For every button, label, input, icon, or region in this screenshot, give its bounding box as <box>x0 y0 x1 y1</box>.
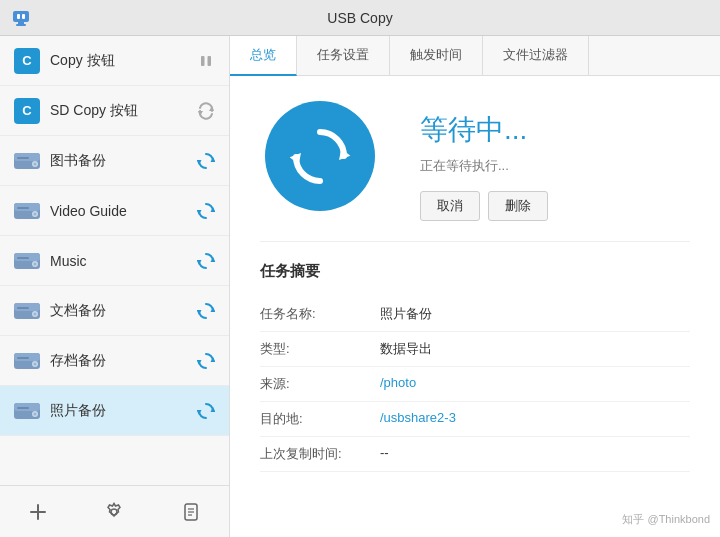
hdd-icon <box>12 246 42 276</box>
sidebar-item-status-icon <box>195 350 217 372</box>
sidebar-item-status-icon <box>195 150 217 172</box>
sidebar-item-doc-backup[interactable]: 文档备份 <box>0 286 229 336</box>
svg-rect-34 <box>17 307 29 309</box>
task-value[interactable]: /usbshare2-3 <box>380 410 456 428</box>
sidebar-item-music[interactable]: Music <box>0 236 229 286</box>
task-row: 目的地:/usbshare2-3 <box>260 402 690 437</box>
task-label: 来源: <box>260 375 380 393</box>
sidebar-item-label: 照片备份 <box>50 402 195 420</box>
status-section: 等待中... 正在等待执行... 取消 删除 <box>260 96 690 242</box>
sidebar-footer <box>0 485 229 537</box>
add-task-button[interactable] <box>18 492 58 532</box>
sidebar-list: CCopy 按钮CSD Copy 按钮图书备份Video GuideMusic文… <box>0 36 229 485</box>
svg-rect-48 <box>17 407 29 409</box>
task-row: 类型:数据导出 <box>260 332 690 367</box>
content-area: 总览任务设置触发时间文件过滤器 <box>230 36 720 537</box>
sidebar-item-status-icon <box>195 200 217 222</box>
svg-point-33 <box>34 312 37 315</box>
svg-rect-2 <box>16 24 26 26</box>
sidebar-item-label: Music <box>50 253 195 269</box>
task-label: 任务名称: <box>260 305 380 323</box>
task-row: 上次复制时间:-- <box>260 437 690 472</box>
title-bar: USB Copy <box>0 0 720 36</box>
sync-icon-container <box>260 96 380 216</box>
task-row: 来源:/photo <box>260 367 690 402</box>
task-label: 目的地: <box>260 410 380 428</box>
sidebar-item-photo-backup[interactable]: 照片备份 <box>0 386 229 436</box>
hdd-icon <box>12 296 42 326</box>
sidebar-item-status-icon <box>195 250 217 272</box>
task-value: -- <box>380 445 389 463</box>
task-table: 任务名称:照片备份类型:数据导出来源:/photo目的地:/usbshare2-… <box>260 297 690 472</box>
sidebar-item-label: 文档备份 <box>50 302 195 320</box>
sidebar-item-label: Copy 按钮 <box>50 52 195 70</box>
sidebar-item-sd-copy-button[interactable]: CSD Copy 按钮 <box>0 86 229 136</box>
hdd-icon <box>12 396 42 426</box>
svg-rect-0 <box>13 11 29 22</box>
sidebar-item-label: 存档备份 <box>50 352 195 370</box>
task-row: 任务名称:照片备份 <box>260 297 690 332</box>
status-buttons: 取消 删除 <box>420 191 548 221</box>
sidebar-item-status-icon <box>195 50 217 72</box>
tab-trigger-time[interactable]: 触发时间 <box>390 36 483 75</box>
svg-point-19 <box>34 212 37 215</box>
sidebar-item-copy-button[interactable]: CCopy 按钮 <box>0 36 229 86</box>
sidebar-item-archive-backup[interactable]: 存档备份 <box>0 336 229 386</box>
svg-rect-3 <box>17 14 20 19</box>
sidebar-item-status-icon <box>195 100 217 122</box>
svg-rect-27 <box>17 257 29 259</box>
copy-c-icon: C <box>12 46 42 76</box>
copy-c-icon: C <box>12 96 42 126</box>
status-title: 等待中... <box>420 111 548 149</box>
svg-point-47 <box>34 412 37 415</box>
svg-point-12 <box>34 162 37 165</box>
main-layout: CCopy 按钮CSD Copy 按钮图书备份Video GuideMusic文… <box>0 36 720 537</box>
hdd-icon <box>12 146 42 176</box>
task-label: 上次复制时间: <box>260 445 380 463</box>
task-summary: 任务摘要 任务名称:照片备份类型:数据导出来源:/photo目的地:/usbsh… <box>260 262 690 472</box>
app-icon <box>10 7 32 29</box>
sidebar-item-status-icon <box>195 400 217 422</box>
svg-rect-4 <box>22 14 25 19</box>
delete-button[interactable]: 删除 <box>488 191 548 221</box>
task-value: 照片备份 <box>380 305 432 323</box>
sidebar-item-label: 图书备份 <box>50 152 195 170</box>
status-info: 等待中... 正在等待执行... 取消 删除 <box>420 96 548 221</box>
sync-circle <box>265 101 375 211</box>
svg-rect-20 <box>17 207 29 209</box>
sidebar-item-label: Video Guide <box>50 203 195 219</box>
task-label: 类型: <box>260 340 380 358</box>
sidebar-item-video-guide[interactable]: Video Guide <box>0 186 229 236</box>
window-title: USB Copy <box>327 10 392 26</box>
sidebar-item-label: SD Copy 按钮 <box>50 102 195 120</box>
svg-point-26 <box>34 262 37 265</box>
svg-rect-5 <box>201 56 205 66</box>
sidebar: CCopy 按钮CSD Copy 按钮图书备份Video GuideMusic文… <box>0 36 230 537</box>
hdd-icon <box>12 196 42 226</box>
sidebar-item-status-icon <box>195 300 217 322</box>
status-subtitle: 正在等待执行... <box>420 157 548 175</box>
cancel-button[interactable]: 取消 <box>420 191 480 221</box>
tabs-bar: 总览任务设置触发时间文件过滤器 <box>230 36 720 76</box>
content-body: 等待中... 正在等待执行... 取消 删除 任务摘要 任务名称:照片备份类型:… <box>230 76 720 537</box>
log-button[interactable] <box>171 492 211 532</box>
hdd-icon <box>12 346 42 376</box>
svg-rect-13 <box>17 157 29 159</box>
task-value[interactable]: /photo <box>380 375 416 393</box>
svg-rect-6 <box>208 56 212 66</box>
svg-point-40 <box>34 362 37 365</box>
tab-file-filter[interactable]: 文件过滤器 <box>483 36 589 75</box>
tab-task-settings[interactable]: 任务设置 <box>297 36 390 75</box>
task-value: 数据导出 <box>380 340 432 358</box>
sidebar-item-book-backup[interactable]: 图书备份 <box>0 136 229 186</box>
svg-rect-41 <box>17 357 29 359</box>
sync-arrows-icon <box>288 124 353 189</box>
tab-overview[interactable]: 总览 <box>230 36 297 76</box>
task-summary-title: 任务摘要 <box>260 262 690 281</box>
settings-button[interactable] <box>94 492 134 532</box>
